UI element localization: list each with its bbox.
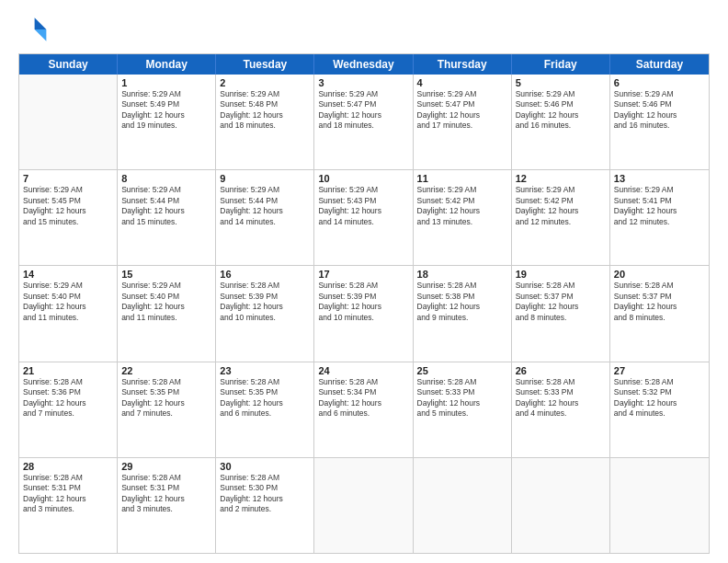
day-info: Sunrise: 5:28 AM Sunset: 5:38 PM Dayligh… [417, 281, 507, 323]
day-number: 18 [417, 269, 507, 280]
weekday-header-thursday: Thursday [414, 54, 512, 75]
calendar-cell: 27Sunrise: 5:28 AM Sunset: 5:32 PM Dayli… [610, 362, 709, 457]
calendar-cell: 17Sunrise: 5:28 AM Sunset: 5:39 PM Dayli… [314, 266, 413, 361]
calendar-cell [610, 458, 709, 553]
day-info: Sunrise: 5:28 AM Sunset: 5:39 PM Dayligh… [318, 281, 408, 323]
day-number: 19 [516, 269, 606, 280]
day-info: Sunrise: 5:29 AM Sunset: 5:46 PM Dayligh… [614, 89, 705, 132]
day-info: Sunrise: 5:28 AM Sunset: 5:37 PM Dayligh… [614, 281, 705, 323]
calendar-cell: 26Sunrise: 5:28 AM Sunset: 5:33 PM Dayli… [512, 362, 610, 457]
day-number: 9 [220, 173, 310, 184]
day-number: 14 [23, 269, 113, 280]
calendar-cell [512, 458, 610, 553]
calendar-cell: 29Sunrise: 5:28 AM Sunset: 5:31 PM Dayli… [118, 458, 216, 553]
day-info: Sunrise: 5:29 AM Sunset: 5:44 PM Dayligh… [121, 185, 211, 227]
weekday-header-sunday: Sunday [19, 54, 118, 75]
day-number: 8 [121, 173, 211, 184]
day-number: 16 [220, 269, 310, 280]
svg-marker-1 [35, 29, 47, 41]
calendar-cell: 25Sunrise: 5:28 AM Sunset: 5:33 PM Dayli… [414, 362, 512, 457]
calendar-cell: 7Sunrise: 5:29 AM Sunset: 5:45 PM Daylig… [19, 170, 118, 265]
calendar-cell: 18Sunrise: 5:28 AM Sunset: 5:38 PM Dayli… [414, 266, 512, 361]
weekday-header-tuesday: Tuesday [216, 54, 314, 75]
calendar-row-5: 28Sunrise: 5:28 AM Sunset: 5:31 PM Dayli… [19, 457, 709, 553]
day-info: Sunrise: 5:29 AM Sunset: 5:43 PM Dayligh… [318, 185, 408, 227]
calendar-cell: 6Sunrise: 5:29 AM Sunset: 5:46 PM Daylig… [610, 75, 709, 169]
header [18, 15, 710, 44]
calendar-cell: 4Sunrise: 5:29 AM Sunset: 5:47 PM Daylig… [414, 75, 512, 169]
day-number: 21 [23, 365, 113, 376]
day-number: 11 [417, 173, 507, 184]
day-number: 30 [220, 461, 310, 472]
day-info: Sunrise: 5:28 AM Sunset: 5:36 PM Dayligh… [23, 377, 113, 419]
day-info: Sunrise: 5:29 AM Sunset: 5:46 PM Dayligh… [516, 89, 606, 132]
weekday-header-wednesday: Wednesday [314, 54, 413, 75]
calendar-cell: 1Sunrise: 5:29 AM Sunset: 5:49 PM Daylig… [118, 75, 216, 169]
day-info: Sunrise: 5:29 AM Sunset: 5:40 PM Dayligh… [23, 281, 113, 323]
calendar-body: 1Sunrise: 5:29 AM Sunset: 5:49 PM Daylig… [19, 75, 709, 553]
day-info: Sunrise: 5:28 AM Sunset: 5:39 PM Dayligh… [220, 281, 310, 323]
calendar-cell: 19Sunrise: 5:28 AM Sunset: 5:37 PM Dayli… [512, 266, 610, 361]
calendar-cell: 9Sunrise: 5:29 AM Sunset: 5:44 PM Daylig… [216, 170, 314, 265]
calendar-cell: 8Sunrise: 5:29 AM Sunset: 5:44 PM Daylig… [118, 170, 216, 265]
day-info: Sunrise: 5:29 AM Sunset: 5:40 PM Dayligh… [121, 281, 211, 323]
calendar-cell: 20Sunrise: 5:28 AM Sunset: 5:37 PM Dayli… [610, 266, 709, 361]
calendar-row-3: 14Sunrise: 5:29 AM Sunset: 5:40 PM Dayli… [19, 265, 709, 361]
day-number: 24 [318, 365, 408, 376]
day-number: 6 [614, 77, 705, 88]
logo [18, 15, 51, 44]
day-info: Sunrise: 5:29 AM Sunset: 5:44 PM Dayligh… [220, 185, 310, 227]
day-number: 29 [121, 461, 211, 472]
calendar-cell: 11Sunrise: 5:29 AM Sunset: 5:42 PM Dayli… [414, 170, 512, 265]
weekday-header-friday: Friday [512, 54, 610, 75]
calendar-cell: 2Sunrise: 5:29 AM Sunset: 5:48 PM Daylig… [216, 75, 314, 169]
day-info: Sunrise: 5:29 AM Sunset: 5:47 PM Dayligh… [417, 89, 507, 132]
calendar-row-1: 1Sunrise: 5:29 AM Sunset: 5:49 PM Daylig… [19, 75, 709, 169]
day-info: Sunrise: 5:29 AM Sunset: 5:47 PM Dayligh… [318, 89, 408, 132]
calendar-cell: 14Sunrise: 5:29 AM Sunset: 5:40 PM Dayli… [19, 266, 118, 361]
day-info: Sunrise: 5:28 AM Sunset: 5:30 PM Dayligh… [220, 473, 310, 515]
day-number: 1 [121, 77, 211, 88]
calendar-cell [414, 458, 512, 553]
day-number: 27 [614, 365, 705, 376]
logo-icon [18, 15, 48, 44]
svg-marker-0 [35, 17, 47, 29]
day-number: 22 [121, 365, 211, 376]
day-number: 15 [121, 269, 211, 280]
calendar-cell: 12Sunrise: 5:29 AM Sunset: 5:42 PM Dayli… [512, 170, 610, 265]
day-info: Sunrise: 5:29 AM Sunset: 5:42 PM Dayligh… [516, 185, 606, 227]
weekday-header-monday: Monday [118, 54, 216, 75]
calendar-cell [314, 458, 413, 553]
day-info: Sunrise: 5:28 AM Sunset: 5:35 PM Dayligh… [121, 377, 211, 419]
day-info: Sunrise: 5:28 AM Sunset: 5:33 PM Dayligh… [417, 377, 507, 419]
calendar-row-4: 21Sunrise: 5:28 AM Sunset: 5:36 PM Dayli… [19, 362, 709, 457]
calendar-cell: 21Sunrise: 5:28 AM Sunset: 5:36 PM Dayli… [19, 362, 118, 457]
day-info: Sunrise: 5:29 AM Sunset: 5:41 PM Dayligh… [614, 185, 705, 227]
calendar-cell: 28Sunrise: 5:28 AM Sunset: 5:31 PM Dayli… [19, 458, 118, 553]
day-number: 28 [23, 461, 113, 472]
calendar-cell: 5Sunrise: 5:29 AM Sunset: 5:46 PM Daylig… [512, 75, 610, 169]
day-info: Sunrise: 5:29 AM Sunset: 5:48 PM Dayligh… [220, 89, 310, 132]
weekday-header-saturday: Saturday [610, 54, 709, 75]
day-info: Sunrise: 5:29 AM Sunset: 5:42 PM Dayligh… [417, 185, 507, 227]
day-number: 20 [614, 269, 705, 280]
calendar-cell: 22Sunrise: 5:28 AM Sunset: 5:35 PM Dayli… [118, 362, 216, 457]
calendar-cell [19, 75, 118, 169]
day-number: 3 [318, 77, 408, 88]
day-info: Sunrise: 5:28 AM Sunset: 5:33 PM Dayligh… [516, 377, 606, 419]
day-info: Sunrise: 5:28 AM Sunset: 5:37 PM Dayligh… [516, 281, 606, 323]
calendar: SundayMondayTuesdayWednesdayThursdayFrid… [18, 53, 710, 554]
day-info: Sunrise: 5:29 AM Sunset: 5:49 PM Dayligh… [121, 89, 211, 132]
day-number: 26 [516, 365, 606, 376]
calendar-cell: 30Sunrise: 5:28 AM Sunset: 5:30 PM Dayli… [216, 458, 314, 553]
day-number: 25 [417, 365, 507, 376]
day-info: Sunrise: 5:29 AM Sunset: 5:45 PM Dayligh… [23, 185, 113, 227]
calendar-row-2: 7Sunrise: 5:29 AM Sunset: 5:45 PM Daylig… [19, 169, 709, 265]
day-number: 12 [516, 173, 606, 184]
calendar-cell: 13Sunrise: 5:29 AM Sunset: 5:41 PM Dayli… [610, 170, 709, 265]
calendar-cell: 23Sunrise: 5:28 AM Sunset: 5:35 PM Dayli… [216, 362, 314, 457]
day-info: Sunrise: 5:28 AM Sunset: 5:35 PM Dayligh… [220, 377, 310, 419]
day-info: Sunrise: 5:28 AM Sunset: 5:31 PM Dayligh… [121, 473, 211, 515]
day-number: 4 [417, 77, 507, 88]
calendar-cell: 24Sunrise: 5:28 AM Sunset: 5:34 PM Dayli… [314, 362, 413, 457]
